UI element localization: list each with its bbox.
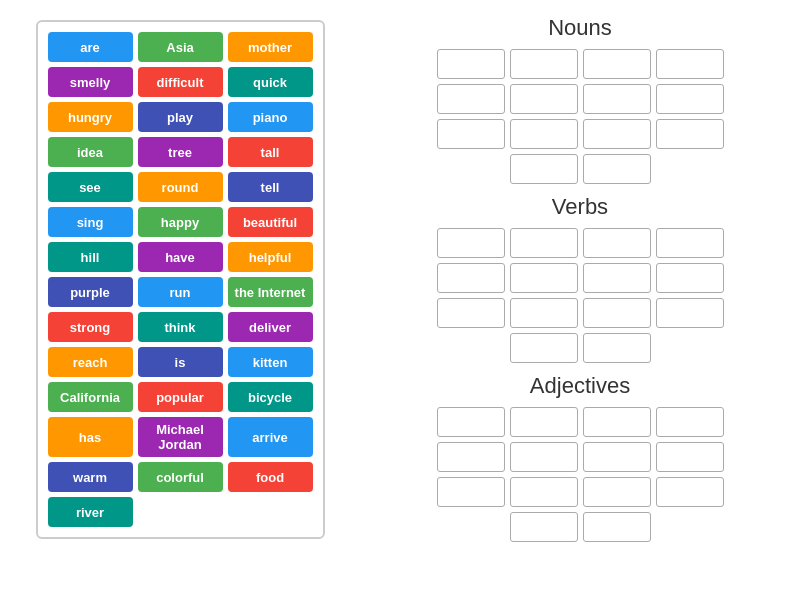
word-tile[interactable]: tall	[228, 137, 313, 167]
word-tile[interactable]: hungry	[48, 102, 133, 132]
drop-cell[interactable]	[583, 442, 651, 472]
drop-cell[interactable]	[656, 442, 724, 472]
verbs-section: Verbs	[380, 194, 780, 363]
drop-cell[interactable]	[510, 263, 578, 293]
drop-cell[interactable]	[656, 477, 724, 507]
drop-row	[510, 333, 651, 363]
word-tile[interactable]: is	[138, 347, 223, 377]
drop-row	[437, 263, 724, 293]
categories-panel: Nouns Verbs Adjectives	[360, 0, 800, 600]
word-tile[interactable]: deliver	[228, 312, 313, 342]
word-tile[interactable]: warm	[48, 462, 133, 492]
word-tile[interactable]: food	[228, 462, 313, 492]
drop-cell[interactable]	[656, 119, 724, 149]
drop-cell[interactable]	[656, 263, 724, 293]
drop-cell[interactable]	[583, 407, 651, 437]
adjectives-title: Adjectives	[530, 373, 630, 399]
drop-cell[interactable]	[583, 154, 651, 184]
word-tile[interactable]: colorful	[138, 462, 223, 492]
drop-cell[interactable]	[583, 512, 651, 542]
word-tile[interactable]: are	[48, 32, 133, 62]
drop-cell[interactable]	[510, 228, 578, 258]
drop-cell[interactable]	[437, 228, 505, 258]
drop-cell[interactable]	[583, 298, 651, 328]
drop-cell[interactable]	[510, 84, 578, 114]
word-tile[interactable]: arrive	[228, 417, 313, 457]
drop-cell[interactable]	[510, 333, 578, 363]
word-tile[interactable]: California	[48, 382, 133, 412]
word-tile[interactable]: round	[138, 172, 223, 202]
drop-cell[interactable]	[510, 407, 578, 437]
word-tile[interactable]: happy	[138, 207, 223, 237]
drop-cell[interactable]	[583, 228, 651, 258]
word-tile[interactable]: mother	[228, 32, 313, 62]
drop-cell[interactable]	[656, 298, 724, 328]
drop-cell[interactable]	[437, 442, 505, 472]
drop-cell[interactable]	[583, 49, 651, 79]
word-tile[interactable]: Asia	[138, 32, 223, 62]
word-tile[interactable]: beautiful	[228, 207, 313, 237]
drop-row	[437, 84, 724, 114]
drop-cell[interactable]	[510, 477, 578, 507]
drop-row	[510, 512, 651, 542]
drop-cell[interactable]	[583, 477, 651, 507]
drop-cell[interactable]	[437, 119, 505, 149]
adjectives-drop-zone	[437, 407, 724, 542]
word-tile[interactable]: hill	[48, 242, 133, 272]
word-tile[interactable]: piano	[228, 102, 313, 132]
drop-cell[interactable]	[656, 228, 724, 258]
word-tile[interactable]: the Internet	[228, 277, 313, 307]
drop-cell[interactable]	[656, 407, 724, 437]
drop-cell[interactable]	[510, 512, 578, 542]
nouns-drop-zone	[437, 49, 724, 184]
drop-cell[interactable]	[437, 84, 505, 114]
word-tile[interactable]: have	[138, 242, 223, 272]
drop-row	[510, 154, 651, 184]
drop-cell[interactable]	[583, 84, 651, 114]
word-tile[interactable]: tree	[138, 137, 223, 167]
drop-cell[interactable]	[583, 333, 651, 363]
drop-cell[interactable]	[437, 49, 505, 79]
adjectives-section: Adjectives	[380, 373, 780, 542]
word-tile[interactable]: Michael Jordan	[138, 417, 223, 457]
word-tile[interactable]: difficult	[138, 67, 223, 97]
drop-cell[interactable]	[437, 477, 505, 507]
word-tile[interactable]: tell	[228, 172, 313, 202]
drop-cell[interactable]	[437, 407, 505, 437]
word-tile[interactable]: has	[48, 417, 133, 457]
word-tile[interactable]: see	[48, 172, 133, 202]
drop-cell[interactable]	[583, 119, 651, 149]
drop-cell[interactable]	[437, 263, 505, 293]
word-tile[interactable]: quick	[228, 67, 313, 97]
drop-row	[437, 442, 724, 472]
drop-cell[interactable]	[510, 154, 578, 184]
word-tile[interactable]: bicycle	[228, 382, 313, 412]
word-tile[interactable]: river	[48, 497, 133, 527]
word-tile[interactable]: kitten	[228, 347, 313, 377]
verbs-title: Verbs	[552, 194, 608, 220]
word-tile[interactable]: play	[138, 102, 223, 132]
word-tile[interactable]: sing	[48, 207, 133, 237]
drop-cell[interactable]	[510, 298, 578, 328]
drop-cell[interactable]	[583, 263, 651, 293]
word-tile[interactable]: popular	[138, 382, 223, 412]
drop-cell[interactable]	[510, 49, 578, 79]
drop-row	[437, 477, 724, 507]
word-tile[interactable]: smelly	[48, 67, 133, 97]
drop-cell[interactable]	[510, 119, 578, 149]
word-tile[interactable]: strong	[48, 312, 133, 342]
drop-row	[437, 49, 724, 79]
drop-cell[interactable]	[510, 442, 578, 472]
word-tile[interactable]: run	[138, 277, 223, 307]
word-tile[interactable]: think	[138, 312, 223, 342]
word-grid: areAsiamothersmellydifficultquickhungryp…	[36, 20, 325, 539]
verbs-drop-zone	[437, 228, 724, 363]
drop-cell[interactable]	[437, 298, 505, 328]
word-tile[interactable]: purple	[48, 277, 133, 307]
word-tile[interactable]: helpful	[228, 242, 313, 272]
drop-cell[interactable]	[656, 49, 724, 79]
word-tile[interactable]: idea	[48, 137, 133, 167]
word-tile[interactable]: reach	[48, 347, 133, 377]
drop-row	[437, 228, 724, 258]
drop-cell[interactable]	[656, 84, 724, 114]
